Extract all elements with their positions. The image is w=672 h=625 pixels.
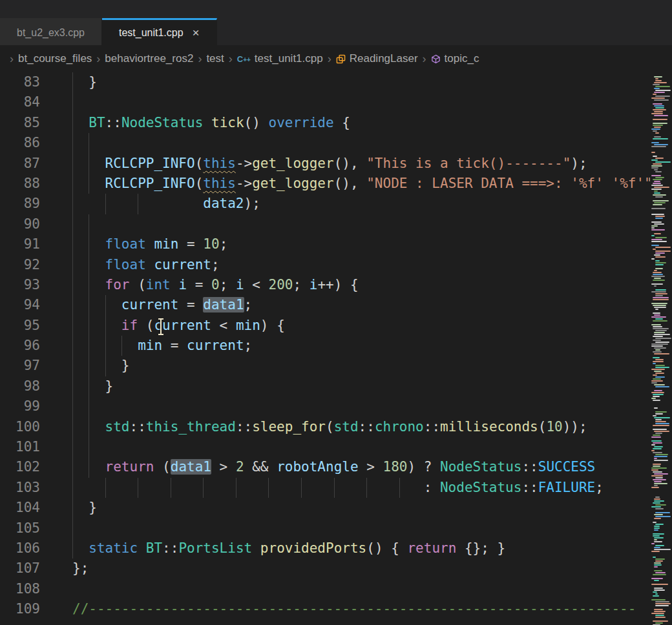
minimap-row: [655, 572, 666, 573]
minimap-row: [650, 206, 672, 207]
code-token: min: [154, 236, 178, 252]
minimap-row: [654, 549, 671, 550]
line-number[interactable]: 86: [0, 133, 40, 153]
line-number[interactable]: 108: [0, 579, 40, 599]
minimap-row: [653, 183, 661, 184]
line-number[interactable]: 96: [0, 336, 40, 356]
editor-tab[interactable]: test_unit1.cpp×: [102, 18, 217, 45]
code-line[interactable]: 104 }: [0, 498, 672, 518]
line-number[interactable]: 94: [0, 295, 40, 315]
code-line[interactable]: 89 data2);: [0, 194, 672, 214]
code-line[interactable]: 95 if (current < min) {: [0, 316, 672, 336]
tab-close-icon[interactable]: ×: [193, 26, 200, 39]
code-line[interactable]: 87 RCLCPP_INFO(this->get_logger(), "This…: [0, 154, 672, 174]
code-token: [72, 115, 89, 130]
minimap-row: [651, 543, 655, 544]
minimap-row: [654, 589, 665, 591]
code-line[interactable]: 100 std::this_thread::sleep_for(std::chr…: [0, 417, 672, 437]
code-line[interactable]: 85 BT::NodeStatus tick() override {: [0, 113, 672, 133]
breadcrumb-item[interactable]: behaviortree_ros2: [105, 52, 193, 65]
code-token: std: [105, 419, 130, 435]
line-number[interactable]: 109: [0, 599, 40, 619]
minimap-row: [655, 593, 658, 595]
line-number[interactable]: 84: [0, 92, 40, 112]
code-line[interactable]: 84: [0, 92, 672, 112]
minimap-row: [655, 90, 671, 91]
line-number[interactable]: 107: [0, 558, 40, 579]
code-line[interactable]: 93 for (int i = 0; i < 200; i++) {: [0, 275, 672, 295]
line-number[interactable]: 88: [0, 174, 40, 194]
code-line[interactable]: 108: [0, 579, 672, 599]
minimap-row: [654, 192, 660, 194]
line-number[interactable]: 90: [0, 214, 40, 234]
minimap-row: [655, 349, 660, 351]
code-line[interactable]: 96 min = current;: [0, 336, 672, 356]
code-line[interactable]: 97 }: [0, 356, 672, 376]
minimap-row: [654, 481, 662, 482]
line-number[interactable]: 89: [0, 194, 40, 214]
breadcrumb-item[interactable]: topic_c: [431, 52, 479, 65]
minimap-row: [651, 185, 663, 186]
code-line[interactable]: 102 return (data1 > 2 && robotAngle > 18…: [0, 457, 672, 477]
line-number[interactable]: 98: [0, 376, 40, 396]
code-line[interactable]: 109//-----------------------------------…: [0, 599, 672, 619]
minimap-row: [653, 130, 657, 132]
indent-guide: [72, 336, 73, 356]
code-line[interactable]: 92 float current;: [0, 255, 672, 275]
minimap-row: [651, 613, 664, 614]
code-line[interactable]: 101: [0, 437, 672, 457]
minimap-row: [654, 446, 663, 447]
line-number[interactable]: 99: [0, 396, 40, 416]
indent-guide: [89, 417, 89, 437]
code-line[interactable]: 98 }: [0, 376, 672, 396]
code-line[interactable]: 99: [0, 396, 672, 416]
line-number[interactable]: 87: [0, 154, 40, 174]
line-number[interactable]: 93: [0, 275, 40, 295]
code-area[interactable]: 83 }8485 BT::NodeStatus tick() override …: [0, 72, 672, 620]
code-token: i: [236, 277, 244, 292]
code-line[interactable]: 86: [0, 133, 672, 153]
line-number[interactable]: 92: [0, 255, 40, 275]
breadcrumb-item[interactable]: test: [206, 52, 224, 65]
minimap[interactable]: [650, 72, 672, 625]
line-number[interactable]: 104: [0, 498, 40, 518]
minimap-row: [653, 620, 668, 622]
minimap-row: [650, 287, 672, 289]
code-line[interactable]: 88 RCLCPP_INFO(this->get_logger(), "NODE…: [0, 174, 672, 194]
code-line[interactable]: 107};: [0, 558, 672, 579]
minimap-row: [650, 597, 672, 599]
code-token: chrono: [375, 419, 424, 435]
code-line[interactable]: 83 }: [0, 72, 672, 92]
code-editor[interactable]: 83 }8485 BT::NodeStatus tick() override …: [0, 72, 672, 625]
minimap-row: [650, 282, 672, 283]
line-number[interactable]: 97: [0, 356, 40, 376]
line-number[interactable]: 83: [0, 72, 40, 92]
minimap-row: [654, 609, 663, 610]
breadcrumb-item[interactable]: C++test_unit1.cpp: [237, 52, 323, 65]
minimap-row: [651, 382, 657, 384]
minimap-row: [655, 622, 663, 624]
code-line[interactable]: 103 : NodeStatus::FAILURE;: [0, 478, 672, 498]
line-number[interactable]: 103: [0, 478, 40, 498]
indent-guide: [89, 154, 89, 174]
line-number[interactable]: 85: [0, 113, 40, 133]
line-number[interactable]: 101: [0, 437, 40, 457]
line-number[interactable]: 91: [0, 234, 40, 254]
code-line[interactable]: 90: [0, 214, 672, 234]
code-line[interactable]: 105: [0, 518, 672, 538]
code-line[interactable]: 91 float min = 10;: [0, 234, 672, 254]
line-number[interactable]: 102: [0, 457, 40, 477]
line-number[interactable]: 100: [0, 417, 40, 437]
code-token: (: [195, 176, 204, 191]
breadcrumb-item[interactable]: bt_course_files: [18, 52, 92, 65]
line-number[interactable]: 95: [0, 316, 40, 336]
code-line[interactable]: 106 static BT::PortsList providedPorts()…: [0, 538, 672, 558]
editor-tab[interactable]: bt_u2_ex3.cpp: [0, 18, 102, 45]
code-line[interactable]: 94 current = data1;: [0, 295, 672, 315]
code-token: float: [105, 236, 146, 252]
breadcrumb-item[interactable]: ReadingLaser: [336, 52, 418, 65]
line-number[interactable]: 106: [0, 538, 40, 558]
minimap-row: [654, 529, 658, 531]
line-number[interactable]: 105: [0, 518, 40, 538]
code-token: 200: [269, 277, 293, 292]
